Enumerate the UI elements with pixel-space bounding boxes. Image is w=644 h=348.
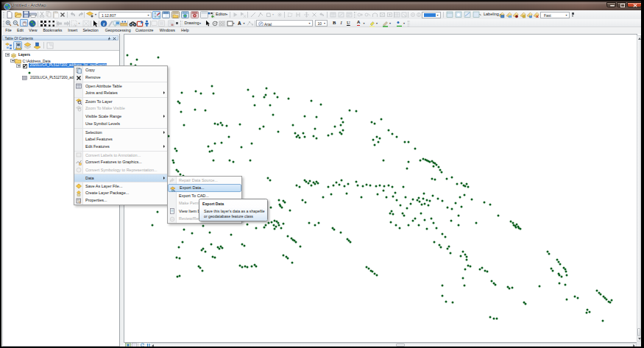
svg-text:i: i bbox=[103, 21, 105, 27]
